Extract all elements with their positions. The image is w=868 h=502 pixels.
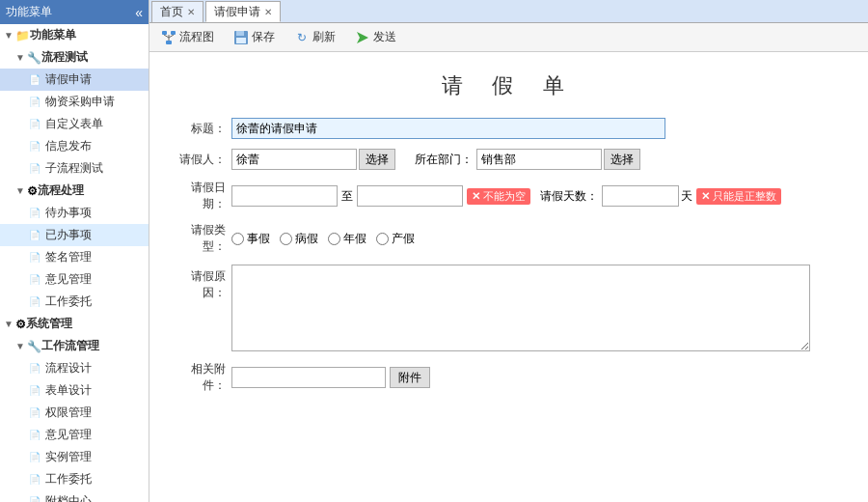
wrench-icon: 🔧 [27, 51, 41, 65]
page-icon8: 📄 [27, 250, 42, 265]
page-icon10: 📄 [27, 294, 42, 310]
sidebar-label-sign: 签名管理 [45, 249, 92, 265]
sidebar-item-work-delegate2[interactable]: 📄 工作委托 [0, 468, 149, 490]
sidebar-item-info-publish[interactable]: 📄 信息发布 [0, 135, 149, 157]
expand-icon3: ▼ [15, 185, 25, 196]
tab-leave-close[interactable]: ✕ [264, 7, 272, 17]
sidebar-item-opinion-mgmt2[interactable]: 📄 意见管理 [0, 424, 149, 446]
page-icon16: 📄 [27, 472, 42, 488]
sidebar-item-form-design[interactable]: 📄 表单设计 [0, 379, 149, 402]
not-empty-text: 不能为空 [483, 189, 526, 204]
sidebar-item-func-menu[interactable]: ▼ 📁 功能菜单 [0, 24, 149, 46]
radio-nianjia-input[interactable] [328, 233, 340, 245]
x-icon1: ✕ [472, 190, 480, 203]
days-input[interactable] [602, 185, 679, 207]
flow-diagram-btn[interactable]: 流程图 [157, 27, 218, 47]
sidebar-label-flow-design: 流程设计 [45, 360, 92, 376]
refresh-btn[interactable]: ↻ 刷新 [290, 27, 339, 47]
sidebar-item-sys-mgmt[interactable]: ▼ ⚙ 系统管理 [0, 313, 149, 335]
title-input[interactable] [231, 118, 665, 139]
save-btn[interactable]: 保存 [230, 27, 279, 47]
sidebar-item-sub-flow[interactable]: 📄 子流程测试 [0, 157, 149, 180]
dept-input[interactable] [476, 149, 602, 170]
sidebar-label-purchase: 物资采购申请 [45, 94, 115, 110]
sidebar-label-instance: 实例管理 [45, 449, 92, 465]
expand-icon: ▼ [4, 30, 14, 41]
radio-shijia-input[interactable] [231, 233, 244, 245]
attachment-btn[interactable]: 附件 [390, 367, 430, 388]
sidebar-header-label: 功能菜单 [6, 4, 52, 20]
sidebar-label-auth: 权限管理 [45, 404, 92, 421]
radio-bingjia-input[interactable] [280, 233, 292, 245]
page-icon4: 📄 [27, 139, 42, 154]
page-icon12: 📄 [27, 383, 42, 399]
sidebar-item-flow-design[interactable]: 📄 流程设计 [0, 357, 149, 379]
date-from-input[interactable] [231, 185, 338, 207]
applicant-select-btn[interactable]: 选择 [359, 149, 395, 170]
sidebar-item-auth-mgmt[interactable]: 📄 权限管理 [0, 402, 149, 424]
sidebar-label-flow-process: 流程处理 [38, 182, 84, 199]
sidebar-collapse-btn[interactable]: « [135, 5, 143, 20]
page-icon9: 📄 [27, 272, 42, 288]
x-icon2: ✕ [701, 190, 710, 203]
form-row-title: 标题： [169, 118, 849, 139]
sidebar-item-doing[interactable]: 📄 已办事项 [0, 224, 149, 246]
sidebar-item-flow-process[interactable]: ▼ ⚙ 流程处理 [0, 180, 149, 202]
sidebar-header: 功能菜单 « [0, 0, 149, 24]
sidebar-label-delegate2: 工作委托 [45, 471, 92, 488]
title-label: 标题： [169, 121, 231, 137]
flow-btn-label: 流程图 [179, 29, 214, 45]
folder-icon: 📁 [15, 29, 30, 42]
applicant-label: 请假人： [169, 152, 231, 168]
page-icon13: 📄 [27, 405, 42, 421]
sidebar-item-leave-apply[interactable]: 📄 请假申请 [0, 69, 149, 91]
sidebar-item-opinion-mgmt[interactable]: 📄 意见管理 [0, 268, 149, 291]
dept-select-btn[interactable]: 选择 [604, 149, 640, 170]
expand-icon2: ▼ [15, 52, 25, 63]
date-to-input[interactable] [357, 185, 463, 207]
radio-bingjia[interactable]: 病假 [280, 231, 318, 247]
attachment-input[interactable] [231, 367, 386, 388]
radio-nianjia-label: 年假 [343, 231, 366, 247]
svg-line-5 [169, 35, 174, 38]
not-empty-error-tag: ✕ 不能为空 [467, 188, 530, 205]
form-area: 请 假 单 标题： 请假人： 选择 所在部门： 选择 请假日期： 至 ✕ 不能为… [149, 52, 868, 502]
svg-line-4 [164, 35, 169, 38]
refresh-btn-label: 刷新 [312, 29, 336, 45]
sidebar: 功能菜单 « ▼ 📁 功能菜单 ▼ 🔧 流程测试 📄 请假申请 📄 物资采购申请… [0, 0, 149, 502]
radio-chanjia[interactable]: 产假 [376, 231, 415, 247]
send-icon [355, 30, 370, 45]
tab-home[interactable]: 首页 ✕ [151, 1, 203, 22]
sidebar-item-flow-test[interactable]: ▼ 🔧 流程测试 [0, 46, 149, 69]
sidebar-item-custom-form[interactable]: 📄 自定义表单 [0, 113, 149, 135]
sidebar-content: ▼ 📁 功能菜单 ▼ 🔧 流程测试 📄 请假申请 📄 物资采购申请 📄 自定义表… [0, 24, 149, 502]
radio-shijia[interactable]: 事假 [231, 231, 270, 247]
sidebar-item-pending[interactable]: 📄 待办事项 [0, 202, 149, 224]
sidebar-label-flow-test: 流程测试 [41, 49, 88, 66]
sidebar-item-purchase-apply[interactable]: 📄 物资采购申请 [0, 91, 149, 113]
wrench-icon2: 🔧 [27, 340, 41, 353]
expand-icon5: ▼ [15, 341, 25, 351]
sidebar-label-subflow: 子流程测试 [45, 160, 103, 177]
sidebar-item-instance-mgmt[interactable]: 📄 实例管理 [0, 446, 149, 468]
radio-nianjia[interactable]: 年假 [328, 231, 366, 247]
sidebar-item-attach-center[interactable]: 📄 附档中心 [0, 490, 149, 502]
applicant-input[interactable] [231, 149, 357, 170]
radio-chanjia-input[interactable] [376, 233, 389, 245]
save-icon [233, 30, 249, 45]
sidebar-label-custom: 自定义表单 [45, 116, 103, 132]
reason-textarea[interactable] [231, 265, 810, 351]
tab-home-close[interactable]: ✕ [187, 7, 195, 17]
sidebar-label-opinion2: 意见管理 [45, 427, 92, 443]
svg-rect-7 [236, 31, 244, 36]
page-icon2: 📄 [27, 95, 42, 110]
send-btn[interactable]: 发送 [351, 27, 400, 47]
sidebar-item-work-delegate[interactable]: 📄 工作委托 [0, 291, 149, 313]
date-label: 请假日期： [169, 180, 231, 212]
sidebar-label-doing: 已办事项 [45, 227, 92, 243]
tab-leave[interactable]: 请假申请 ✕ [205, 1, 281, 22]
sidebar-item-flow-mgmt[interactable]: ▼ 🔧 工作流管理 [0, 335, 149, 357]
sidebar-item-sign-mgmt[interactable]: 📄 签名管理 [0, 246, 149, 268]
sidebar-label-form-design: 表单设计 [45, 382, 92, 399]
form-row-date: 请假日期： 至 ✕ 不能为空 请假天数： 天 ✕ 只能是正整数 [169, 180, 849, 212]
